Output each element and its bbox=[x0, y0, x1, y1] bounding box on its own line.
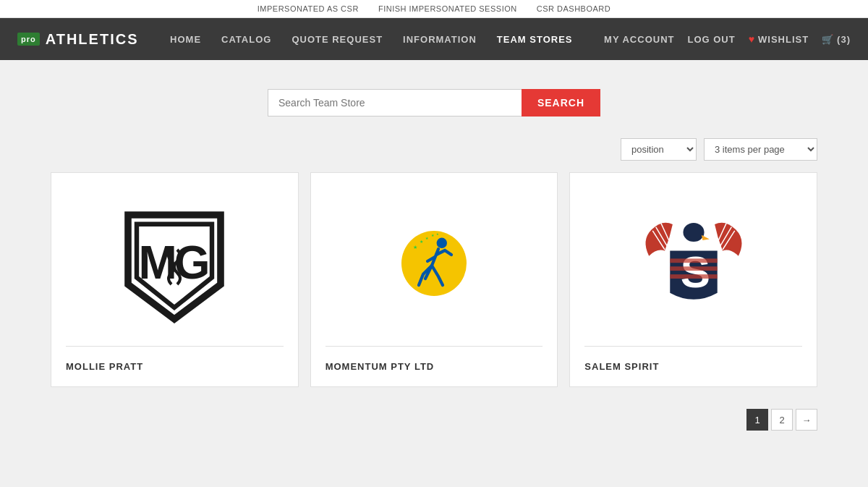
store-name-momentum: MOMENTUM PTY LTD bbox=[326, 358, 543, 372]
wishlist-label: WISHLIST bbox=[758, 34, 809, 45]
nav-catalog[interactable]: CATALOG bbox=[221, 34, 271, 45]
sort-select[interactable]: position name price bbox=[621, 138, 697, 161]
momentum-logo-svg: ★ ★ ★ ★ ★ bbox=[391, 218, 477, 305]
search-button[interactable]: SEARCH bbox=[522, 89, 600, 117]
page-next-btn[interactable]: → bbox=[796, 409, 817, 431]
svg-rect-20 bbox=[670, 274, 717, 279]
page-2-btn[interactable]: 2 bbox=[771, 409, 793, 431]
pagination: 1 2 → bbox=[51, 409, 817, 431]
wishlist-link[interactable]: ♥ WISHLIST bbox=[749, 33, 809, 45]
my-account-link[interactable]: MY ACCOUNT bbox=[604, 34, 674, 45]
nav-information[interactable]: INFORMATION bbox=[403, 34, 477, 45]
heart-icon: ♥ bbox=[749, 33, 755, 45]
logo-pro-badge: pro bbox=[17, 33, 40, 46]
cards-grid: MG MOLLIE PRATT bbox=[51, 172, 817, 387]
per-page-select[interactable]: 3 items per page 6 items per page 9 item… bbox=[704, 138, 817, 161]
store-card-salem-spirit[interactable]: S SALEM SPIRIT bbox=[569, 172, 817, 387]
svg-rect-19 bbox=[670, 266, 717, 271]
store-card-mollie-pratt[interactable]: MG MOLLIE PRATT bbox=[51, 172, 299, 387]
logo-athletics-text: ATHLETICS bbox=[46, 31, 139, 48]
svg-text:S: S bbox=[680, 247, 710, 297]
top-bar: IMPERSONATED AS CSR FINISH IMPERSONATED … bbox=[0, 0, 868, 18]
logout-link[interactable]: LOG OUT bbox=[687, 34, 735, 45]
search-input[interactable] bbox=[268, 89, 522, 117]
toolbar: position name price 3 items per page 6 i… bbox=[51, 138, 817, 161]
card-logo-momentum: ★ ★ ★ ★ ★ bbox=[326, 187, 543, 347]
store-card-momentum[interactable]: ★ ★ ★ ★ ★ MOMENTUM PTY LTD bbox=[310, 172, 558, 387]
cart-count: (3) bbox=[837, 34, 851, 45]
svg-rect-18 bbox=[670, 258, 717, 263]
cart-link[interactable]: 🛒 (3) bbox=[822, 34, 851, 45]
main-nav: HOME CATALOG QUOTE REQUEST INFORMATION T… bbox=[170, 34, 572, 45]
card-logo-salem-spirit: S bbox=[584, 187, 802, 347]
store-name-salem-spirit: SALEM SPIRIT bbox=[584, 358, 802, 372]
page-1-btn[interactable]: 1 bbox=[746, 409, 768, 431]
cart-icon: 🛒 bbox=[822, 34, 834, 45]
header-right: MY ACCOUNT LOG OUT ♥ WISHLIST 🛒 (3) bbox=[604, 33, 851, 45]
main-content: SEARCH position name price 3 items per p… bbox=[36, 60, 832, 445]
logo[interactable]: pro ATHLETICS bbox=[17, 31, 138, 48]
salem-spirit-logo-svg: S bbox=[636, 196, 752, 326]
impersonated-link[interactable]: IMPERSONATED AS CSR bbox=[258, 4, 359, 13]
svg-point-4 bbox=[437, 237, 447, 247]
svg-point-16 bbox=[683, 222, 704, 241]
search-section: SEARCH bbox=[51, 89, 817, 117]
header: pro ATHLETICS HOME CATALOG QUOTE REQUEST… bbox=[0, 18, 868, 60]
card-logo-mollie-pratt: MG bbox=[66, 187, 284, 347]
nav-home[interactable]: HOME bbox=[170, 34, 201, 45]
svg-text:★: ★ bbox=[436, 232, 439, 236]
store-name-mollie-pratt: MOLLIE PRATT bbox=[66, 358, 284, 372]
nav-team-stores[interactable]: TEAM STORES bbox=[497, 34, 573, 45]
mollie-pratt-logo-svg: MG bbox=[116, 196, 232, 326]
svg-text:★: ★ bbox=[420, 239, 423, 243]
nav-quote-request[interactable]: QUOTE REQUEST bbox=[292, 34, 383, 45]
finish-session-link[interactable]: FINISH IMPERSONATED SESSION bbox=[378, 4, 517, 13]
search-form: SEARCH bbox=[268, 89, 600, 117]
svg-text:★: ★ bbox=[413, 244, 417, 250]
csr-dashboard-link[interactable]: CSR DASHBOARD bbox=[537, 4, 610, 13]
